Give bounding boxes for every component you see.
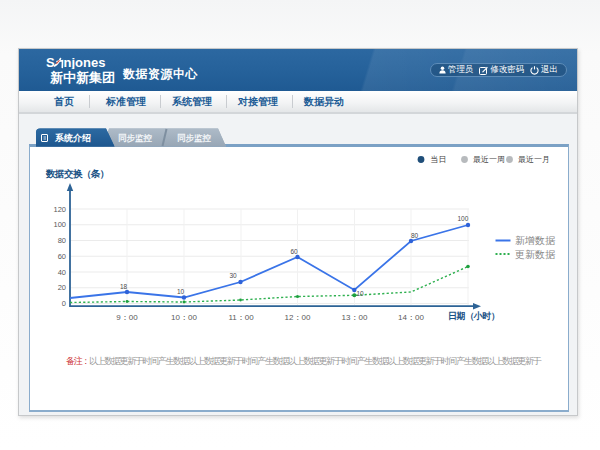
svg-text:日期（小时）: 日期（小时）: [448, 311, 500, 321]
svg-text:新增数据: 新增数据: [515, 235, 556, 246]
svg-text:60: 60: [58, 252, 66, 261]
svg-text:100: 100: [458, 215, 469, 222]
svg-text:12：00: 12：00: [285, 313, 311, 322]
svg-text:120: 120: [53, 205, 66, 214]
svg-text:最近一周: 最近一周: [473, 155, 505, 164]
svg-text:10：00: 10：00: [171, 313, 197, 322]
svg-text:10: 10: [357, 290, 365, 297]
svg-text:14：00: 14：00: [398, 313, 424, 322]
svg-text:11：00: 11：00: [228, 313, 254, 322]
svg-text:njones: njones: [64, 55, 106, 69]
svg-text:60: 60: [291, 248, 299, 255]
svg-text:80: 80: [411, 232, 419, 239]
svg-text:9：00: 9：00: [116, 313, 138, 322]
svg-text:同步监控: 同步监控: [177, 133, 212, 143]
svg-text:系统介绍: 系统介绍: [54, 133, 91, 143]
svg-text:数据交换（条）: 数据交换（条）: [45, 168, 109, 180]
svg-text:13：00: 13：00: [342, 313, 368, 322]
svg-text:最近一月: 最近一月: [518, 155, 550, 164]
svg-text:S: S: [46, 55, 55, 69]
svg-text:20: 20: [58, 283, 66, 292]
svg-text:10: 10: [177, 288, 185, 295]
svg-text:同步监控: 同步监控: [118, 133, 153, 143]
svg-text:30: 30: [230, 272, 238, 279]
svg-text:100: 100: [53, 220, 66, 229]
svg-text:40: 40: [58, 268, 66, 277]
svg-text:0: 0: [62, 299, 66, 308]
svg-text:80: 80: [58, 236, 66, 245]
svg-text:当日: 当日: [431, 155, 447, 164]
svg-text:18: 18: [120, 283, 128, 290]
svg-text:更新数据: 更新数据: [515, 249, 556, 260]
